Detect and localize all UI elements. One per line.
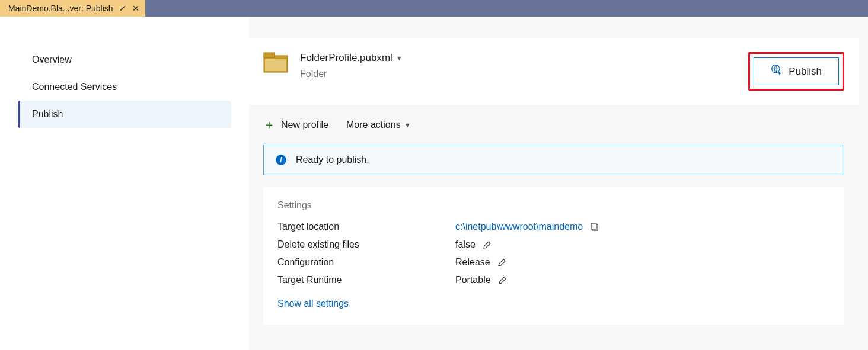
edit-icon[interactable] <box>483 240 492 249</box>
edit-icon[interactable] <box>498 276 507 285</box>
close-icon[interactable] <box>132 5 139 12</box>
globe-publish-icon <box>771 64 783 79</box>
action-row: ＋ New profile More actions ▼ <box>249 107 859 145</box>
edit-icon[interactable] <box>497 258 506 267</box>
profile-type: Folder <box>300 69 736 79</box>
svg-rect-5 <box>591 223 596 229</box>
document-tab[interactable]: MainDemo.Bla...ver: Publish <box>0 0 145 17</box>
more-actions-button[interactable]: More actions ▼ <box>346 120 410 130</box>
svg-rect-1 <box>264 53 275 57</box>
sidebar-item-connected-services[interactable]: Connected Services <box>18 73 231 101</box>
folder-icon <box>263 52 288 73</box>
plus-icon: ＋ <box>263 117 275 133</box>
main-panel: FolderProfile.pubxml ▼ Folder Publish ＋ … <box>249 17 868 350</box>
svg-rect-2 <box>265 59 286 71</box>
configuration-label: Configuration <box>277 257 455 268</box>
tab-title: MainDemo.Bla...ver: Publish <box>8 4 113 13</box>
delete-existing-value: false <box>455 239 476 250</box>
configuration-value: Release <box>455 257 490 268</box>
copy-icon[interactable] <box>590 222 599 232</box>
status-text: Ready to publish. <box>296 155 369 165</box>
settings-card: Settings Target location c:\inetpub\wwwr… <box>263 187 844 325</box>
publish-button[interactable]: Publish <box>754 57 839 85</box>
titlebar: MainDemo.Bla...ver: Publish <box>0 0 868 17</box>
target-runtime-label: Target Runtime <box>277 275 455 285</box>
sidebar: Overview Connected Services Publish <box>0 17 249 350</box>
more-actions-label: More actions <box>346 120 401 130</box>
chevron-down-icon: ▼ <box>396 54 403 62</box>
settings-heading: Settings <box>277 200 830 211</box>
status-banner: i Ready to publish. <box>263 145 844 175</box>
new-profile-label: New profile <box>281 120 328 130</box>
info-icon: i <box>276 155 286 165</box>
sidebar-item-overview[interactable]: Overview <box>18 46 231 73</box>
show-all-settings-link[interactable]: Show all settings <box>277 298 349 309</box>
profile-selector[interactable]: FolderProfile.pubxml ▼ <box>300 52 736 64</box>
profile-filename: FolderProfile.pubxml <box>300 52 392 64</box>
pin-icon[interactable] <box>119 5 126 12</box>
sidebar-item-label: Publish <box>32 109 63 119</box>
sidebar-item-label: Connected Services <box>32 82 117 92</box>
new-profile-button[interactable]: ＋ New profile <box>263 117 328 133</box>
delete-existing-label: Delete existing files <box>277 239 455 250</box>
profile-header: FolderProfile.pubxml ▼ Folder Publish <box>249 38 859 105</box>
target-location-link[interactable]: c:\inetpub\wwwroot\maindemo <box>455 221 583 232</box>
sidebar-item-publish[interactable]: Publish <box>18 101 231 128</box>
tab-actions <box>119 5 139 12</box>
target-runtime-value: Portable <box>455 275 491 285</box>
sidebar-item-label: Overview <box>32 54 72 65</box>
publish-button-label: Publish <box>789 66 822 78</box>
chevron-down-icon: ▼ <box>404 121 411 129</box>
target-location-label: Target location <box>277 221 455 232</box>
publish-highlight: Publish <box>748 52 844 91</box>
